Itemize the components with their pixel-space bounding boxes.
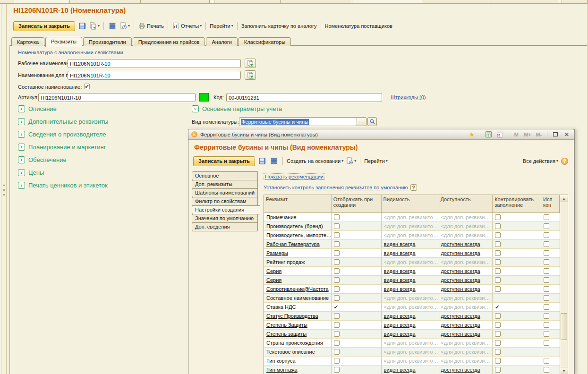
attribute-row-0[interactable]: Примечание<для доп. реквизито…<для доп. …	[264, 213, 560, 222]
checkbox-unchecked[interactable]	[495, 232, 501, 238]
cell-display-on-create[interactable]	[332, 321, 382, 329]
cell-visibility[interactable]: виден всегда	[382, 240, 439, 248]
cell-accessibility[interactable]: доступен всегда	[438, 240, 493, 248]
cell-visibility[interactable]: виден всегда	[382, 249, 439, 257]
attribute-name-link[interactable]: Серия	[266, 268, 281, 274]
attribute-row-14[interactable]: Страна происхождения<для доп. реквизито……	[264, 339, 560, 348]
cell-control-fill[interactable]	[493, 258, 541, 266]
checkbox-unchecked[interactable]	[495, 367, 501, 373]
checkbox-unchecked[interactable]	[334, 340, 340, 346]
checkbox-unchecked[interactable]	[495, 349, 501, 355]
working-name-input[interactable]	[68, 59, 241, 68]
cell-accessibility[interactable]: доступен всегда	[438, 267, 493, 275]
checkbox-unchecked[interactable]	[544, 268, 549, 274]
checkbox-checked[interactable]: ✔	[495, 305, 499, 310]
cell-use-control[interactable]	[541, 285, 560, 293]
checkbox-unchecked[interactable]	[334, 214, 340, 220]
checkbox-unchecked[interactable]	[544, 322, 549, 328]
cell-use-control[interactable]	[541, 366, 560, 374]
cell-use-control[interactable]	[541, 231, 560, 239]
cell-control-fill[interactable]	[493, 213, 541, 221]
checkbox-unchecked[interactable]	[544, 232, 549, 238]
scroll-down-arrow[interactable]: ▼	[560, 367, 568, 374]
left-splitter[interactable]	[6, 4, 7, 374]
checkbox-unchecked[interactable]	[334, 232, 340, 238]
side-tab-0[interactable]: Основное	[192, 171, 258, 180]
attribute-row-10[interactable]: Ставка НДС✔<для доп. реквизито…<для доп.…	[264, 303, 560, 312]
accessibility-link[interactable]: доступен всегда	[441, 286, 480, 292]
attribute-row-2[interactable]: Производитель, импорте…<для доп. реквизи…	[264, 231, 560, 240]
checkbox-unchecked[interactable]	[495, 268, 501, 274]
reports-button[interactable]: Отчеты ▾	[172, 21, 202, 31]
article-input[interactable]	[38, 93, 196, 102]
cell-control-fill[interactable]	[493, 357, 541, 365]
history-button[interactable]: ▾	[119, 21, 130, 31]
cell-control-fill[interactable]	[493, 240, 541, 248]
cell-visibility[interactable]: виден всегда	[382, 330, 439, 338]
cell-control-fill[interactable]	[493, 366, 541, 374]
checkbox-unchecked[interactable]	[334, 259, 340, 265]
suppliers-button[interactable]: Номенклатура поставщиков	[325, 21, 392, 31]
main-tab-1[interactable]: Реквизиты	[45, 37, 82, 47]
attribute-row-13[interactable]: Степень защитывиден всегдадоступен всегд…	[264, 330, 560, 339]
cell-display-on-create[interactable]	[332, 357, 382, 365]
checkbox-unchecked[interactable]	[544, 277, 549, 283]
cell-visibility[interactable]: виден всегда	[382, 276, 439, 284]
checkbox-checked[interactable]: ✔	[334, 305, 338, 310]
checkbox-unchecked[interactable]	[334, 331, 340, 337]
checkbox-unchecked[interactable]	[495, 313, 501, 319]
cell-control-fill[interactable]	[493, 339, 541, 347]
attribute-row-8[interactable]: Сопротивление@Частотавиден всегдадоступе…	[264, 285, 560, 294]
close-button[interactable]: ✕	[562, 131, 571, 138]
checkbox-unchecked[interactable]	[544, 340, 549, 346]
checkbox-unchecked[interactable]	[495, 259, 501, 265]
accessibility-link[interactable]: доступен всегда	[441, 313, 480, 319]
favorites-button[interactable]: ★	[468, 131, 476, 138]
cell-use-control[interactable]	[541, 249, 560, 257]
checkbox-unchecked[interactable]	[544, 367, 549, 373]
checkbox-unchecked[interactable]	[334, 286, 340, 292]
cell-control-fill[interactable]	[493, 330, 541, 338]
nomenclature-type-select-button[interactable]: ...	[357, 117, 366, 126]
main-tab-3[interactable]: Предложения из прайсов	[133, 37, 205, 46]
cell-display-on-create[interactable]	[332, 240, 382, 248]
cell-display-on-create[interactable]	[332, 276, 382, 284]
visibility-link[interactable]: виден всегда	[384, 313, 416, 319]
checkbox-unchecked[interactable]	[334, 268, 340, 274]
cell-use-control[interactable]	[541, 348, 560, 356]
attribute-row-7[interactable]: Сериявиден всегдадоступен всегда	[264, 276, 560, 285]
cell-visibility[interactable]: виден всегда	[382, 366, 439, 374]
accessibility-link[interactable]: доступен всегда	[441, 277, 480, 283]
cell-control-fill[interactable]	[493, 276, 541, 284]
cell-use-control[interactable]	[541, 267, 560, 275]
modal-list-button[interactable]	[269, 156, 279, 166]
checkbox-unchecked[interactable]	[495, 322, 501, 328]
copy-button[interactable]: ▾	[89, 21, 100, 31]
cell-display-on-create[interactable]	[332, 366, 382, 374]
checkbox-unchecked[interactable]	[334, 349, 340, 355]
side-tab-1[interactable]: Доп. реквизиты	[192, 180, 258, 189]
checkbox-unchecked[interactable]	[334, 223, 340, 229]
checkbox-unchecked[interactable]	[334, 241, 340, 247]
maximize-button[interactable]	[551, 131, 560, 138]
cell-visibility[interactable]: виден всегда	[382, 312, 439, 320]
attribute-row-15[interactable]: Текстовое описание<для доп. реквизито…<д…	[264, 348, 560, 357]
accessibility-link[interactable]: доступен всегда	[441, 367, 480, 373]
side-tab-3[interactable]: Фильтр по свойствам	[192, 197, 258, 206]
main-tab-5[interactable]: Классификаторы	[239, 37, 291, 46]
nomenclature-type-input[interactable]: Ферритовые бусины и чипы	[239, 117, 357, 126]
accounting-group-toggle[interactable]: › Основные параметры учета	[192, 105, 282, 112]
visibility-link[interactable]: виден всегда	[384, 322, 416, 328]
main-tab-2[interactable]: Производители	[83, 37, 132, 46]
cell-control-fill[interactable]	[493, 321, 541, 329]
accessibility-link[interactable]: доступен всегда	[441, 322, 480, 328]
checkbox-unchecked[interactable]	[495, 286, 501, 292]
print-name-fill-button[interactable]	[245, 70, 256, 80]
save-close-button[interactable]: Записать и закрыть	[13, 21, 75, 31]
cell-display-on-create[interactable]: ✔	[332, 303, 382, 311]
attribute-row-16[interactable]: Тип корпуса<для доп. реквизито…<для доп.…	[264, 357, 560, 366]
cell-accessibility[interactable]: доступен всегда	[438, 330, 493, 338]
checkbox-unchecked[interactable]	[544, 358, 549, 364]
show-recommendations-link[interactable]: Показать рекомендации	[264, 173, 325, 180]
cell-control-fill[interactable]	[493, 249, 541, 257]
